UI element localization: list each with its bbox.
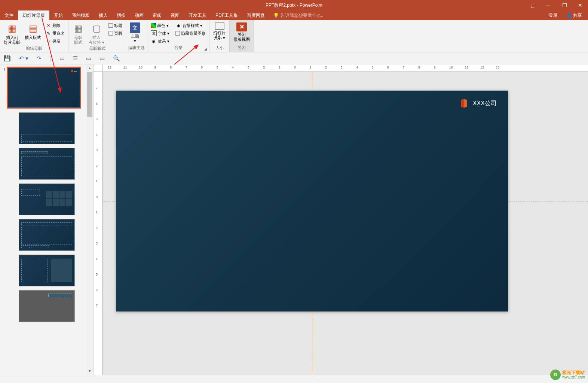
delete-button[interactable]: ✕删除 — [44, 22, 66, 29]
tab-developer[interactable]: 开发工具 — [184, 10, 211, 21]
fonts-icon: 文 — [151, 30, 157, 36]
slide-size-button[interactable]: 幻灯片 大小 ▾ — [212, 22, 227, 41]
scroll-up-icon[interactable]: ▲ — [87, 65, 92, 71]
checkbox-icon — [175, 31, 180, 36]
thumbnail-panel[interactable]: 1 xxx — [0, 64, 94, 375]
tab-file[interactable]: 文件 — [0, 10, 18, 21]
checkbox-icon — [108, 23, 113, 28]
tab-my-templates[interactable]: 我的模板 — [67, 10, 94, 21]
watermark: G 极光下载站 www.xz7.com — [550, 370, 585, 380]
layout-thumbnail-3[interactable] — [19, 183, 75, 215]
login-button[interactable]: 登录 — [546, 11, 561, 20]
preserve-button[interactable]: 🛡保留 — [44, 37, 66, 45]
effects-icon: ◉ — [151, 38, 157, 44]
scrollbar-thumb[interactable] — [87, 72, 92, 117]
quick-access-toolbar: 💾 ↶ ▾ ↷ | ▭ ☰ ▭ ▭ 🔍 — [0, 52, 588, 64]
save-button[interactable]: 💾 — [4, 55, 11, 62]
layout-thumbnail-2[interactable] — [19, 148, 75, 180]
canvas-area[interactable]: 121110987654321012345678910111213 765432… — [94, 64, 588, 375]
tab-home[interactable]: 开始 — [49, 10, 67, 21]
scroll-down-icon[interactable]: ▼ — [87, 368, 92, 374]
spell-button[interactable]: 🔍 — [113, 55, 120, 62]
tab-slide-master[interactable]: 幻灯片母版 — [18, 10, 49, 21]
bg-styles-icon: ◆ — [175, 22, 181, 28]
layout-thumbnail-1[interactable] — [19, 112, 75, 144]
effects-button[interactable]: ◉效果 ▾ — [150, 37, 171, 45]
window-restore[interactable]: ❐ — [557, 0, 572, 10]
layout-thumbnail-4[interactable] — [19, 219, 75, 251]
tell-me-search[interactable]: 💡 告诉我您想要做什么... — [273, 12, 325, 19]
group-background: 颜色 ▾ 文字体 ▾ ◉效果 ▾ ◆背景样式 ▾ 隐藏背景图形 背景 ◢ — [147, 20, 209, 52]
title-checkbox[interactable]: 标题 — [107, 22, 123, 29]
window-title: PPT教程2.pptx - PowerPoint — [266, 2, 322, 9]
watermark-logo-icon: G — [550, 370, 561, 380]
insert-slide-master-button[interactable]: ▦ 插入幻 灯片母版 — [2, 22, 22, 46]
tab-review[interactable]: 审阅 — [148, 10, 166, 21]
close-master-view-button[interactable]: ✕ 关闭 母版视图 — [232, 22, 251, 43]
lightbulb-icon: 💡 — [273, 13, 279, 18]
themes-icon: 文 — [130, 22, 140, 33]
tab-transitions[interactable]: 切换 — [112, 10, 130, 21]
tab-insert[interactable]: 插入 — [94, 10, 112, 21]
checkbox-icon — [108, 31, 113, 36]
slide-canvas[interactable]: XXX公司 — [116, 91, 508, 311]
fonts-button[interactable]: 文字体 ▾ — [150, 30, 171, 37]
tab-baidu-netdisk[interactable]: 百度网盘 — [242, 10, 269, 21]
footer-checkbox[interactable]: 页脚 — [107, 30, 123, 37]
group-master-layout: ▦ 母版 版式 ▢ 插入 占位符 ▾ 标题 页脚 母版版式 — [68, 20, 126, 52]
thumbnail-scrollbar[interactable]: ▲ ▼ — [86, 64, 93, 375]
group-close: ✕ 关闭 母版视图 关闭 — [230, 20, 254, 52]
preserve-icon: 🛡 — [45, 38, 51, 44]
title-bar: PPT教程2.pptx - PowerPoint ⬚ — ❐ ✕ — [0, 0, 588, 10]
layout-icon: ▤ — [27, 22, 39, 34]
draw-button[interactable]: ▭ — [99, 55, 105, 62]
group-edit-master: ▦ 插入幻 灯片母版 ▤ 插入版式 ✕删除 ✎重命名 🛡保留 编辑母版 — [0, 20, 68, 52]
slide-logo: XXX公司 — [459, 98, 497, 109]
status-bar — [0, 375, 588, 383]
colors-icon — [151, 23, 156, 28]
placeholder-icon: ▢ — [91, 22, 102, 34]
start-from-beginning-button[interactable]: ▭ — [59, 55, 65, 62]
tab-pdf-tools[interactable]: PDF工具集 — [211, 10, 242, 21]
master-layout-icon: ▦ — [72, 22, 84, 34]
themes-button[interactable]: 文 主题▾ — [128, 22, 142, 44]
ruler-corner — [94, 64, 102, 72]
group-edit-theme: 文 主题▾ 编辑主题 — [126, 20, 147, 52]
office-logo-icon — [459, 98, 468, 109]
master-thumbnail[interactable]: 1 xxx — [1, 67, 92, 109]
rename-icon: ✎ — [45, 30, 51, 36]
menu-bar: 文件 幻灯片母版 开始 我的模板 插入 切换 动画 审阅 视图 开发工具 PDF… — [0, 10, 588, 20]
insert-layout-button[interactable]: ▤ 插入版式 — [23, 22, 43, 41]
window-dock[interactable]: ⬚ — [525, 0, 541, 10]
vertical-ruler: 765432101234567 — [94, 72, 102, 375]
tab-view[interactable]: 视图 — [166, 10, 184, 21]
window-controls: ⬚ — ❐ ✕ — [525, 0, 588, 10]
group-size: 幻灯片 大小 ▾ 大小 — [209, 20, 230, 52]
insert-placeholder-button[interactable]: ▢ 插入 占位符 ▾ — [87, 22, 106, 46]
delete-icon: ✕ — [45, 22, 51, 28]
layout-thumbnail-6[interactable] — [19, 290, 75, 322]
bg-styles-button[interactable]: ◆背景样式 ▾ — [174, 22, 207, 29]
slide-master-icon: ▦ — [6, 22, 18, 34]
tab-animations[interactable]: 动画 — [130, 10, 148, 21]
share-button[interactable]: 👤 共享 — [564, 11, 585, 20]
master-layout-button[interactable]: ▦ 母版 版式 — [71, 22, 86, 46]
undo-button[interactable]: ↶ ▾ — [19, 55, 28, 62]
slide-size-icon — [215, 22, 224, 30]
ribbon: ▦ 插入幻 灯片母版 ▤ 插入版式 ✕删除 ✎重命名 🛡保留 编辑母版 ▦ 母版… — [0, 20, 588, 52]
redo-button[interactable]: ↷ — [37, 55, 42, 62]
hide-bg-checkbox[interactable]: 隐藏背景图形 — [174, 30, 207, 37]
horizontal-ruler: 121110987654321012345678910111213 — [102, 64, 588, 72]
main-area: 1 xxx — [0, 64, 588, 375]
bg-dialog-launcher[interactable]: ◢ — [204, 47, 208, 51]
mode-button[interactable]: ▭ — [86, 55, 91, 62]
rename-button[interactable]: ✎重命名 — [44, 30, 66, 37]
touch-mode-button[interactable]: ☰ — [73, 55, 78, 62]
window-close[interactable]: ✕ — [572, 0, 588, 10]
window-minimize[interactable]: — — [541, 0, 557, 10]
close-icon: ✕ — [236, 22, 247, 31]
thumbnail-slide-master[interactable]: xxx — [7, 67, 81, 109]
layout-thumbnail-5[interactable] — [19, 255, 75, 286]
colors-button[interactable]: 颜色 ▾ — [150, 22, 171, 29]
